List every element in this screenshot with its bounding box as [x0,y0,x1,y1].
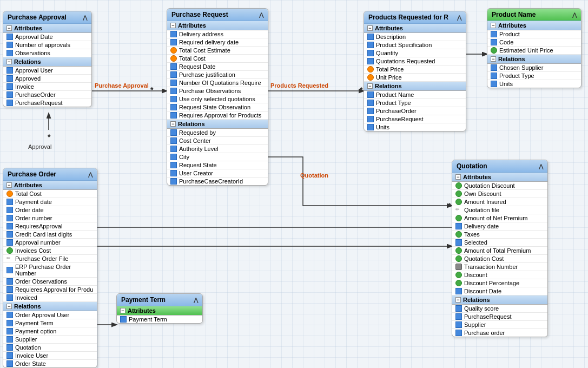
collapse-btn-product-name[interactable]: ⋀ [572,12,577,18]
field-total-cost-pr: Total Cost [167,55,268,63]
field-payment-date: Payment date [3,198,97,206]
section-attributes-purchase-approval: − Attributes [3,24,91,33]
field-invoices-cost: Invoices Cost [3,247,97,255]
field-observations-pa: Observations [3,49,91,57]
field-transaction-number: Transaction Number [452,263,547,271]
field-erp-purchase-order: ERP Purchase Order Number [3,263,97,278]
entity-title-purchase-approval: Purchase Approval [8,14,67,21]
field-purchaseorder-pa: PurchaseOrder [3,91,91,99]
section-label: Relations [463,297,490,303]
field-required-delivery: Required delivery date [167,38,268,47]
field-purchaserequest-prd: PurchaseRequest [364,115,466,123]
field-approval-user: Approval User [3,67,91,75]
minus-icon: − [6,304,12,309]
entity-title-purchase-order: Purchase Order [8,170,56,178]
minus-icon: − [455,297,461,303]
connector-label-approval: Approval [28,143,51,150]
field-quotation-cost: Quotation Cost [452,255,547,263]
section-label: Attributes [498,22,526,29]
field-approval-date: Approval Date [3,33,91,41]
field-request-state-obs: Request State Observation [167,103,268,111]
field-product: Product [487,30,581,38]
entity-title-product-name: Product Name [492,11,536,18]
field-quotation-discount: Quotation Discount [452,182,547,190]
entity-title-purchase-request: Purchase Request [171,11,228,18]
entity-header-payment-term: Payment Term ⋀ [117,294,202,306]
section-relations-purchase-request: − Relations [167,120,268,129]
field-requires-approval-po: RequiresApproval [3,222,97,231]
section-attributes-purchase-request: − Attributes [167,21,268,30]
section-relations-product-name: − Relations [487,55,581,64]
field-supplier-po: Supplier [3,336,97,344]
field-order-approval-user: Order Approval User [3,311,97,319]
section-relations-purchase-order: − Relations [3,302,97,311]
collapse-btn-purchase-request[interactable]: ⋀ [259,12,263,18]
field-num-quotations: Number Of Quotations Require [167,79,268,87]
field-requires-approval-pr: Requires Approval for Products [167,111,268,120]
field-payment-term-val: Payment Term [117,316,202,323]
field-quotation-po: Quotation [3,344,97,352]
collapse-btn-payment-term[interactable]: ⋀ [194,297,198,303]
field-units-prd: Units [364,123,466,131]
field-approved: Approved [3,75,91,83]
collapse-btn-purchase-approval[interactable]: ⋀ [83,15,87,21]
section-label: Relations [375,83,402,89]
field-order-observations: Order Observations [3,278,97,286]
section-attributes-purchase-order: − Attributes [3,181,97,190]
section-label: Attributes [14,25,42,31]
section-label: Relations [14,58,41,65]
field-invoice-user: Invoice User [3,352,97,360]
field-purchase-case-creator: PurchaseCaseCreatorId [167,178,268,185]
collapse-btn-products-requested[interactable]: ⋀ [457,15,461,21]
entity-title-quotation: Quotation [457,162,487,170]
section-attributes-products-requested: − Attributes [364,24,466,33]
entity-title-payment-term: Payment Term [121,296,166,304]
field-selected: Selected [452,239,547,247]
minus-icon: − [6,182,12,188]
field-total-cost-po: Total Cost [3,190,97,198]
field-purchaseorder-prd: PurchaseOrder [364,107,466,115]
minus-icon: − [491,56,496,62]
field-amount-total-premium: Amount of Total Premium [452,247,547,255]
field-purchaserequest-q: PurchaseRequest [452,313,547,321]
collapse-btn-purchase-order[interactable]: ⋀ [88,172,93,178]
field-product-type-pr: Product Type [364,99,466,107]
section-label: Attributes [178,22,206,29]
field-delivery-date-q: Delivery date [452,222,547,231]
entity-quotation: Quotation ⋀ − Attributes Quotation Disco… [452,160,548,337]
minus-icon: − [170,23,176,28]
field-approval-number: Approval number [3,239,97,247]
connector-label-purchase-approval: Purchase Approval [95,82,149,89]
entity-header-purchase-request: Purchase Request ⋀ [167,9,268,21]
field-payment-term-rel: Payment Term [3,319,97,327]
field-requested-by: Requested by [167,129,268,137]
field-total-cost-estimate: Total Cost Estimate [167,47,268,55]
section-attributes-payment-term: − Attributes [117,306,202,316]
field-estimated-unit-price: Estimated Unit Price [487,47,581,55]
field-quality-score: Quality score [452,305,547,313]
connector-label-quotation: Quotation [300,172,328,179]
field-amount-net-premium: Amount of Net Premium [452,214,547,222]
field-purchase-order-q: Purchase order [452,329,547,337]
entity-payment-term: Payment Term ⋀ − Attributes Payment Term [116,293,203,324]
field-request-date: Request Date [167,63,268,71]
section-relations-quotation: − Relations [452,295,547,305]
field-requieres-approval-produ: Requieres Approval for Produ [3,286,97,294]
field-purchase-justification: Purchase justification [167,71,268,79]
field-credit-card: Credit Card last digits [3,231,97,239]
collapse-btn-quotation[interactable]: ⋀ [539,163,543,169]
minus-icon: − [455,174,461,180]
field-own-discount: Own Discount [452,190,547,198]
field-discount-date: Discount Date [452,287,547,295]
field-purchase-order-file: ✏Purchase Order File [3,255,97,263]
field-request-state: Request State [167,161,268,169]
section-label: Attributes [128,307,156,314]
minus-icon: − [367,83,373,89]
field-taxes: Taxes [452,231,547,239]
field-number-approvals: Number of approvals [3,41,91,49]
field-order-number: Order number [3,214,97,222]
field-quotation-file: ✏Quotation file [452,206,547,214]
minus-icon: − [6,25,12,31]
field-discount: Discount [452,271,547,279]
field-cost-center: Cost Center [167,137,268,145]
